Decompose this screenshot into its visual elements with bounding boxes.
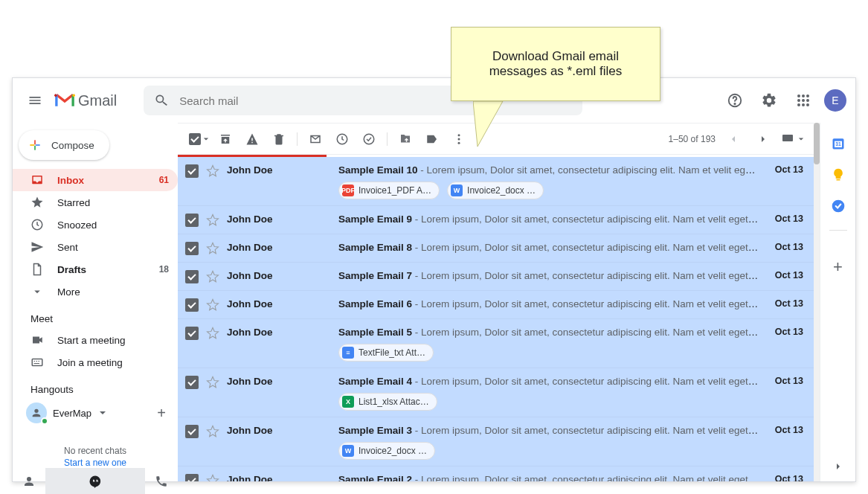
move-to-button[interactable] xyxy=(393,127,417,151)
message-snippet: - Lorem ipsum, Dolor sit amet, consectet… xyxy=(415,270,759,281)
message-row[interactable]: John Doe Sample Email 6 - Lorem ipsum, D… xyxy=(178,291,814,319)
keep-app-button[interactable] xyxy=(831,167,846,182)
sidebar-item-starred[interactable]: Starred xyxy=(13,191,178,214)
message-row[interactable]: John Doe Sample Email 2 - Lorem ipsum, D… xyxy=(178,466,814,481)
message-sender: John Doe xyxy=(227,240,331,253)
page-prev-button[interactable] xyxy=(721,127,745,151)
gear-icon xyxy=(761,92,777,109)
message-sender: John Doe xyxy=(227,297,331,309)
gmail-logo[interactable]: Gmail xyxy=(54,92,117,109)
row-checkbox[interactable] xyxy=(185,425,199,438)
tasks-app-button[interactable] xyxy=(831,199,846,214)
svg-rect-28 xyxy=(836,179,840,181)
message-snippet: - Lorem ipsum, Dolor sit amet, consectet… xyxy=(415,242,759,253)
snooze-button[interactable] xyxy=(330,127,354,151)
mark-unread-button[interactable] xyxy=(303,127,327,151)
sidebar-footer xyxy=(13,468,178,494)
message-row[interactable]: John Doe Sample Email 10 - Lorem ipsum, … xyxy=(178,157,814,206)
side-panel-toggle[interactable] xyxy=(832,461,844,472)
select-all-checkbox[interactable] xyxy=(187,127,210,151)
attachment-chips: ≡ TextFile_txt Att… xyxy=(338,344,759,362)
message-row[interactable]: John Doe Sample Email 9 - Lorem ipsum, D… xyxy=(178,206,814,234)
svg-rect-18 xyxy=(32,359,42,366)
row-checkbox[interactable] xyxy=(185,164,199,178)
footer-phone-button[interactable] xyxy=(145,468,178,494)
message-subject: Sample Email 9 xyxy=(338,214,412,225)
row-checkbox[interactable] xyxy=(185,214,199,227)
meet-item-start-a-meeting[interactable]: Start a meeting xyxy=(13,329,178,351)
message-row[interactable]: John Doe Sample Email 4 - Lorem ipsum, D… xyxy=(178,368,814,417)
sidebar-item-more[interactable]: More xyxy=(13,280,178,303)
row-checkbox[interactable] xyxy=(185,270,199,283)
row-checkbox[interactable] xyxy=(185,474,199,481)
attachment-chip[interactable]: W Invoice2_docx … xyxy=(338,442,435,460)
star-icon[interactable] xyxy=(206,376,219,389)
svg-point-10 xyxy=(797,103,800,106)
sidebar-item-count: 18 xyxy=(159,264,169,275)
attachment-chip[interactable]: PDF Invoice1_PDF A… xyxy=(338,182,440,199)
attachment-chip[interactable]: W Invoice2_docx … xyxy=(447,182,544,199)
message-row[interactable]: John Doe Sample Email 3 - Lorem ipsum, D… xyxy=(178,417,814,466)
support-button[interactable] xyxy=(721,87,748,114)
message-date: Oct 13 xyxy=(766,240,803,252)
input-tools-button[interactable] xyxy=(781,127,805,151)
attachment-chip[interactable]: X List1_xlsx Attac… xyxy=(338,393,437,411)
star-icon[interactable] xyxy=(206,327,219,340)
message-row[interactable]: John Doe Sample Email 8 - Lorem ipsum, D… xyxy=(178,234,814,263)
message-date: Oct 13 xyxy=(766,374,803,386)
sidebar-item-inbox[interactable]: Inbox 61 xyxy=(13,169,178,191)
star-icon[interactable] xyxy=(206,474,219,481)
attachment-label: Invoice2_docx … xyxy=(359,446,427,456)
start-chat-link[interactable]: Start a new one xyxy=(13,458,178,468)
archive-button[interactable] xyxy=(213,127,237,151)
star-icon[interactable] xyxy=(206,164,219,178)
message-row[interactable]: John Doe Sample Email 5 - Lorem ipsum, D… xyxy=(178,319,814,368)
report-spam-button[interactable] xyxy=(240,127,264,151)
star-icon[interactable] xyxy=(206,242,219,255)
attachment-chips: W Invoice2_docx … xyxy=(338,442,759,460)
svg-point-23 xyxy=(458,141,460,144)
star-icon[interactable] xyxy=(206,214,219,227)
sidebar-item-snoozed[interactable]: Snoozed xyxy=(13,214,178,236)
video-icon xyxy=(30,333,44,347)
sidebar-item-drafts[interactable]: Drafts 18 xyxy=(13,258,178,280)
message-row[interactable]: John Doe Sample Email 7 - Lorem ipsum, D… xyxy=(178,263,814,291)
star-icon[interactable] xyxy=(206,425,219,438)
sidebar-item-count: 61 xyxy=(159,175,169,185)
row-checkbox[interactable] xyxy=(185,327,199,340)
delete-button[interactable] xyxy=(267,127,291,151)
sidebar-item-sent[interactable]: Sent xyxy=(13,236,178,258)
svg-marker-0 xyxy=(473,101,503,147)
message-subject-line: Sample Email 6 - Lorem ipsum, Dolor sit … xyxy=(338,297,759,309)
row-checkbox[interactable] xyxy=(185,242,199,255)
addons-button[interactable]: + xyxy=(833,257,843,277)
labels-button[interactable] xyxy=(420,127,444,151)
compose-button[interactable]: Compose xyxy=(19,130,109,160)
star-icon[interactable] xyxy=(206,270,219,283)
txt-icon: ≡ xyxy=(342,347,354,359)
account-avatar[interactable]: E xyxy=(824,89,846,112)
no-recent-chats: No recent chats Start a new one xyxy=(13,446,178,468)
message-subject-line: Sample Email 4 - Lorem ipsum, Dolor sit … xyxy=(338,374,759,387)
row-checkbox[interactable] xyxy=(185,298,199,312)
svg-rect-16 xyxy=(30,144,34,146)
new-chat-button[interactable]: + xyxy=(157,405,166,422)
add-to-tasks-button[interactable] xyxy=(357,127,381,151)
more-button[interactable] xyxy=(447,127,471,151)
page-next-button[interactable] xyxy=(751,127,775,151)
apps-button[interactable] xyxy=(790,87,817,114)
attachment-chip[interactable]: ≡ TextFile_txt Att… xyxy=(338,344,434,362)
main-menu-button[interactable] xyxy=(22,87,48,114)
hangouts-user-row[interactable]: EverMap + xyxy=(13,400,178,423)
footer-hangouts-button[interactable] xyxy=(45,468,145,494)
star-icon[interactable] xyxy=(206,298,219,312)
clock-icon xyxy=(30,218,44,231)
footer-contacts-button[interactable] xyxy=(13,468,45,494)
message-subject: Sample Email 6 xyxy=(338,298,412,309)
scrollbar-thumb[interactable] xyxy=(814,123,820,164)
settings-button[interactable] xyxy=(756,87,782,114)
meet-item-join-a-meeting[interactable]: Join a meeting xyxy=(13,351,178,373)
row-checkbox[interactable] xyxy=(185,376,199,389)
calendar-app-button[interactable]: 31 xyxy=(831,136,846,151)
scrollbar[interactable] xyxy=(814,123,820,481)
